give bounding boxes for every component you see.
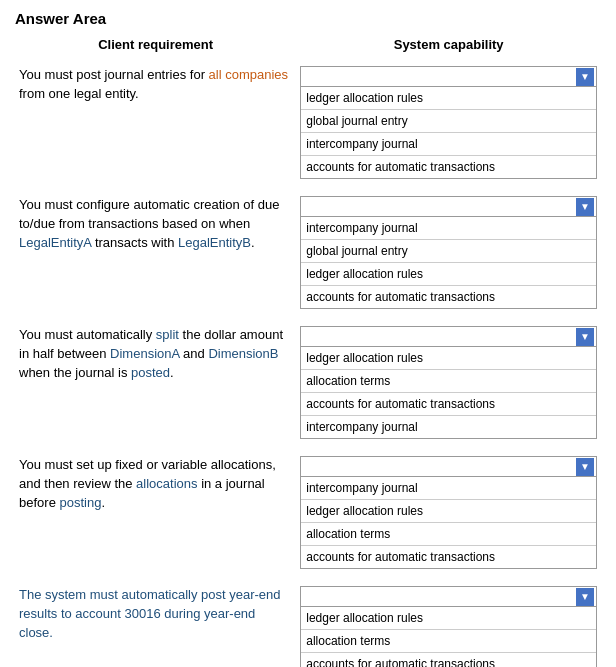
dropdown-item: ledger allocation rules: [301, 263, 596, 286]
dropdown-item: ledger allocation rules: [301, 607, 596, 630]
dropdown-arrow-5[interactable]: ▼: [576, 588, 594, 606]
dropdown-items-2: intercompany journalglobal journal entry…: [301, 217, 596, 308]
dropdown-item: intercompany journal: [301, 133, 596, 156]
capability-cell-4: ▼intercompany journalledger allocation r…: [296, 450, 601, 575]
table-row-2: You must configure automatic creation of…: [15, 190, 601, 315]
dropdown-item: allocation terms: [301, 370, 596, 393]
dropdown-item: intercompany journal: [301, 217, 596, 240]
dropdown-item: ledger allocation rules: [301, 347, 596, 370]
dropdown-item: allocation terms: [301, 523, 596, 546]
capability-cell-2: ▼intercompany journalglobal journal entr…: [296, 190, 601, 315]
client-cell-3: You must automatically split the dollar …: [15, 320, 296, 445]
client-cell-4: You must set up fixed or variable alloca…: [15, 450, 296, 575]
table-row-4: You must set up fixed or variable alloca…: [15, 450, 601, 575]
dropdown-item: accounts for automatic transactions: [301, 156, 596, 178]
dropdown-item: ledger allocation rules: [301, 500, 596, 523]
dropdown-header-5: ▼: [301, 587, 596, 607]
dropdown-header-3: ▼: [301, 327, 596, 347]
table-row-1: You must post journal entries for all co…: [15, 60, 601, 185]
answer-area: Answer Area Client requirement System ca…: [15, 10, 601, 667]
dropdown-item: ledger allocation rules: [301, 87, 596, 110]
dropdown-item: accounts for automatic transactions: [301, 653, 596, 667]
system-capability-header: System capability: [296, 37, 601, 60]
dropdown-item: intercompany journal: [301, 416, 596, 438]
dropdown-arrow-1[interactable]: ▼: [576, 68, 594, 86]
dropdown-item: global journal entry: [301, 240, 596, 263]
dropdown-arrow-2[interactable]: ▼: [576, 198, 594, 216]
dropdown-3: ▼ledger allocation rulesallocation terms…: [300, 326, 597, 439]
dropdown-items-1: ledger allocation rulesglobal journal en…: [301, 87, 596, 178]
dropdown-arrow-4[interactable]: ▼: [576, 458, 594, 476]
dropdown-5: ▼ledger allocation rulesallocation terms…: [300, 586, 597, 667]
dropdown-item: global journal entry: [301, 110, 596, 133]
dropdown-item: accounts for automatic transactions: [301, 393, 596, 416]
dropdown-4: ▼intercompany journalledger allocation r…: [300, 456, 597, 569]
dropdown-header-2: ▼: [301, 197, 596, 217]
dropdown-2: ▼intercompany journalglobal journal entr…: [300, 196, 597, 309]
dropdown-items-3: ledger allocation rulesallocation termsa…: [301, 347, 596, 438]
dropdown-1: ▼ledger allocation rulesglobal journal e…: [300, 66, 597, 179]
client-cell-5: The system must automatically post year-…: [15, 580, 296, 667]
dropdown-arrow-3[interactable]: ▼: [576, 328, 594, 346]
table-row-5: The system must automatically post year-…: [15, 580, 601, 667]
capability-cell-3: ▼ledger allocation rulesallocation terms…: [296, 320, 601, 445]
client-cell-1: You must post journal entries for all co…: [15, 60, 296, 185]
client-requirement-header: Client requirement: [15, 37, 296, 60]
client-cell-2: You must configure automatic creation of…: [15, 190, 296, 315]
dropdown-items-5: ledger allocation rulesallocation termsa…: [301, 607, 596, 667]
page-title: Answer Area: [15, 10, 601, 27]
capability-cell-5: ▼ledger allocation rulesallocation terms…: [296, 580, 601, 667]
table-row-3: You must automatically split the dollar …: [15, 320, 601, 445]
dropdown-header-1: ▼: [301, 67, 596, 87]
dropdown-item: accounts for automatic transactions: [301, 546, 596, 568]
dropdown-items-4: intercompany journalledger allocation ru…: [301, 477, 596, 568]
dropdown-item: intercompany journal: [301, 477, 596, 500]
dropdown-item: allocation terms: [301, 630, 596, 653]
capability-cell-1: ▼ledger allocation rulesglobal journal e…: [296, 60, 601, 185]
dropdown-header-4: ▼: [301, 457, 596, 477]
dropdown-item: accounts for automatic transactions: [301, 286, 596, 308]
